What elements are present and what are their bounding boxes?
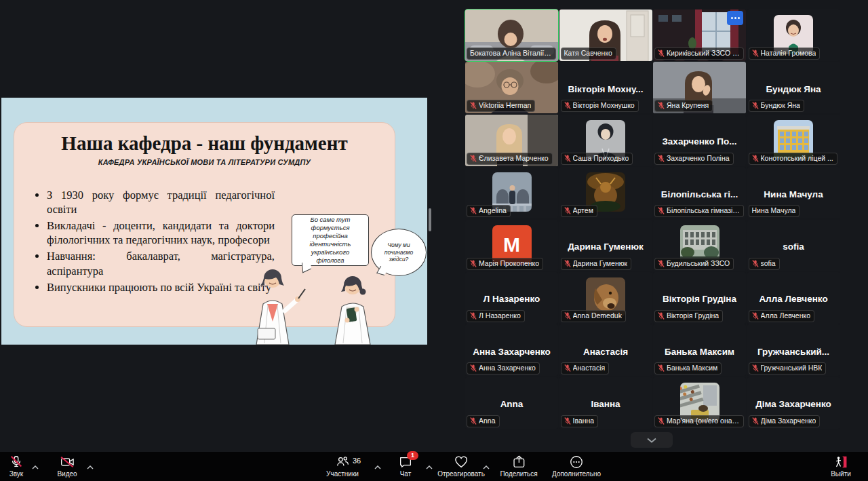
participant-tile[interactable]: Вікторія ГрудінаВікторія Грудіна [653,272,746,324]
participant-tile[interactable]: Єлизавета Марченко [465,115,558,166]
participant-display-name: Діма Захарченко [749,399,838,409]
participant-tile[interactable]: MМарія Прокопенко [465,220,558,271]
participant-tile[interactable]: Алла ЛевченкоАлла Левченко [747,272,840,324]
participant-name-label: Катя Савченко [561,47,616,60]
slide-subtitle: КАФЕДРА УКРАЇНСЬКОЇ МОВИ ТА ЛІТЕРАТУРИ С… [14,158,395,166]
participant-tile[interactable]: Мар'яна (он/его она/... [653,377,746,429]
muted-mic-icon [752,259,759,268]
participant-tile[interactable]: AnnaAnna [465,377,558,429]
participant-tile[interactable]: Захарченко По...Захарченко Поліна [653,115,746,166]
participant-display-name: Банька Максим [655,346,744,356]
meeting-toolbar: Звук Видео 36 Участники [0,452,868,481]
participant-display-name: Л Назаренко [467,294,556,304]
chat-menu-caret[interactable] [426,460,433,472]
participant-tile[interactable]: Бокатова Аліна Віталіївна [465,9,558,61]
participant-grid: Бокатова Аліна ВіталіївнаКатя СавченкоКи… [465,9,840,429]
participant-tile[interactable]: Білопільська гі...Білопільська гімназія … [653,167,746,218]
participant-tile[interactable]: Саша Приходько [559,115,652,166]
slide-illustration [231,269,408,345]
participant-name-label: Мар'яна (он/его она/... [654,415,744,427]
audio-menu-caret[interactable] [32,460,39,472]
participant-name-label: Вікторія Грудіна [654,310,723,322]
participant-tile[interactable]: Діма ЗахарченкоДіма Захарченко [747,377,840,429]
participant-name-label: Захарченко Поліна [654,153,734,165]
muted-mic-icon [658,311,665,320]
more-button[interactable]: Дополнительно [552,454,601,478]
participant-name-label: Білопільська гімназія ... [654,205,744,217]
participants-button[interactable]: 36 Участники [326,454,359,478]
slide-bullet: Викладачі - доценти, кандидати та доктор… [47,218,275,247]
audio-button[interactable]: Звук [9,454,24,478]
muted-mic-icon [470,154,477,163]
leave-meeting-icon [833,454,848,470]
muted-mic-icon [470,364,477,372]
participant-tile[interactable]: Яна Крупеня [653,62,746,113]
participant-tile[interactable]: Гружчанський...Гружчанський НВК [747,324,840,376]
slide-title: Наша кафедра - наш фундамент [21,133,388,153]
share-screen-icon [511,454,526,470]
participant-name-label: Анастасія [561,362,610,374]
participant-name-label: Angelina [467,205,511,217]
muted-mic-icon [470,311,477,320]
participant-name-label: Гружчанський НВК [749,362,827,374]
participant-tile[interactable]: Anna Demeduk [559,272,652,324]
react-menu-caret[interactable] [483,460,490,472]
participant-tile[interactable]: Анна ЗахарченкоАнна Захарченко [465,324,558,376]
muted-mic-icon [752,364,759,372]
video-button[interactable]: Видео [57,454,77,478]
participant-tile[interactable]: Будильський ЗЗСО [653,220,746,271]
participant-tile[interactable]: Дарина ГуменюкДарина Гуменюк [559,220,652,271]
grid-scroll-down-button[interactable] [631,432,673,448]
participant-display-name: Нина Мачула [749,189,838,199]
participant-name-label: Алла Левченко [749,310,815,322]
participant-tile[interactable]: Angelina [465,167,558,218]
muted-mic-icon [752,417,759,425]
participant-display-name: Гружчанський... [749,346,838,356]
muted-mic-icon [658,101,665,110]
mic-muted-icon [9,454,24,470]
slide-scrollbar-thumb[interactable] [429,208,431,231]
leave-button[interactable]: Выйти [831,454,851,478]
participant-name-label: Anna [467,415,500,427]
participant-tile[interactable]: ІваннаІванна [559,377,652,429]
tile-more-options-button[interactable] [727,11,743,25]
participants-menu-caret[interactable] [374,460,381,472]
chat-button[interactable]: 1 Чат [398,454,413,478]
participant-tile[interactable]: Наталія Громова [747,9,840,61]
leave-label: Выйти [831,470,851,478]
muted-mic-icon [658,154,665,163]
participant-name-label: Дарина Гуменюк [561,258,632,270]
muted-mic-icon [564,364,571,372]
participant-tile[interactable]: Банька МаксимБанька Максим [653,324,746,376]
muted-mic-icon [564,101,571,110]
muted-mic-icon [658,259,665,268]
audio-label: Звук [9,470,24,478]
muted-mic-icon [470,259,477,268]
participant-tile[interactable]: Л НазаренкоЛ Назаренко [465,272,558,324]
muted-mic-icon [470,417,477,425]
muted-mic-icon [564,259,571,268]
participant-tile[interactable]: Viktoriia Herman [465,62,558,113]
participant-name-label: Марія Прокопенко [467,258,543,270]
participant-tile[interactable]: Вікторія Мохну...Вікторія Мохнушко [559,62,652,113]
share-button[interactable]: Поделиться [500,454,537,478]
video-label: Видео [57,470,77,478]
participant-display-name: Вікторія Мохну... [561,83,650,94]
participant-tile[interactable]: Кириківський ЗЗСО - І... [653,9,746,61]
muted-mic-icon [470,101,477,110]
react-label: Отреагировать [437,470,485,478]
participant-tile[interactable]: sofiasofia [747,220,840,271]
muted-mic-icon [658,206,665,215]
participant-tile[interactable]: Артем [559,167,652,218]
participant-tile[interactable]: АнастасіяАнастасія [559,324,652,376]
video-menu-caret[interactable] [87,460,94,472]
speech-bubble-right: Чому ми починаємо звідси? [371,229,427,276]
participant-tile[interactable]: Бундюк ЯнаБундюк Яна [747,62,840,113]
participant-tile[interactable]: Катя Савченко [559,9,652,61]
participant-tile[interactable]: Нина МачулаНина Мачула [747,167,840,218]
participant-name-label: Viktoriia Herman [467,100,535,112]
participant-tile[interactable]: Конотопський ліцей ... [747,115,840,166]
muted-mic-icon [658,49,665,58]
participant-display-name: Анна Захарченко [467,346,556,356]
react-button[interactable]: Отреагировать [437,454,485,478]
